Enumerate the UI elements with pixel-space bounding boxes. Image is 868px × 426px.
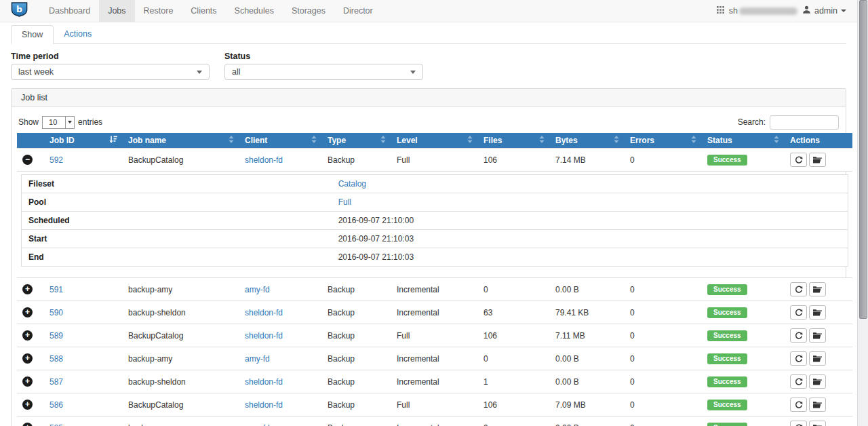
detail-value-link[interactable]: Full	[338, 197, 351, 207]
status-select[interactable]: all	[224, 64, 423, 80]
job-list-panel: Job list Show 10 entries Search:	[11, 88, 846, 426]
expand-row-icon[interactable]: +	[22, 400, 33, 410]
tab-show[interactable]: Show	[11, 25, 54, 44]
sort-desc-icon	[109, 136, 117, 145]
run-again-button[interactable]	[790, 398, 807, 412]
user-icon	[802, 5, 811, 16]
actions-cell	[785, 324, 852, 347]
restore-files-button[interactable]	[809, 305, 826, 320]
panel-body: Show 10 entries Search:	[12, 107, 846, 426]
run-again-button[interactable]	[790, 282, 807, 296]
column-header-status[interactable]: Status	[702, 133, 785, 149]
search-input[interactable]	[770, 115, 839, 130]
sort-icon	[691, 136, 696, 145]
column-header-level[interactable]: Level	[391, 133, 478, 149]
job-id-link[interactable]: 589	[50, 331, 63, 341]
jobs-table: Job IDJob nameClientTypeLevelFilesBytesE…	[17, 133, 852, 426]
status-badge: Success	[707, 307, 747, 318]
type-cell: Backup	[322, 417, 391, 426]
run-again-button[interactable]	[790, 374, 807, 389]
expand-row-icon[interactable]: +	[22, 330, 33, 341]
bytes-cell: 7.09 MB	[550, 393, 625, 417]
tab-actions[interactable]: Actions	[54, 25, 102, 43]
job-id-link[interactable]: 591	[50, 285, 63, 294]
type-cell: Backup	[322, 149, 391, 172]
job-id-link[interactable]: 587	[50, 377, 63, 387]
job-id-link[interactable]: 586	[50, 400, 63, 410]
job-id-link[interactable]: 592	[50, 155, 63, 165]
client-link[interactable]: sheldon-fd	[245, 331, 283, 341]
actions-cell	[785, 301, 852, 324]
run-again-button[interactable]	[790, 305, 807, 320]
column-header-bytes[interactable]: Bytes	[550, 133, 625, 149]
expand-row-icon[interactable]: +	[22, 423, 33, 426]
detail-value-link[interactable]: Catalog	[338, 179, 366, 189]
restore-files-button[interactable]	[809, 282, 826, 296]
nav-item-storages[interactable]: Storages	[283, 0, 334, 22]
status-badge: Success	[707, 284, 747, 295]
column-header-job-name[interactable]: Job name	[123, 133, 239, 149]
run-again-button[interactable]	[790, 153, 807, 167]
expand-row-icon[interactable]: +	[22, 307, 33, 317]
run-again-button[interactable]	[790, 351, 807, 366]
restore-files-button[interactable]	[809, 328, 826, 343]
run-again-button[interactable]	[790, 421, 807, 426]
collapse-row-icon[interactable]: −	[22, 155, 33, 165]
type-cell: Backup	[322, 301, 391, 324]
column-header-files[interactable]: Files	[478, 133, 550, 149]
page-scrollbar[interactable]	[857, 0, 868, 426]
job-detail-cell: FilesetCatalogPoolFullScheduled2016-09-0…	[17, 172, 852, 278]
nav-item-jobs[interactable]: Jobs	[99, 0, 134, 22]
client-cell: sheldon-fd	[239, 393, 322, 417]
column-header-type[interactable]: Type	[322, 133, 391, 149]
client-cell: sheldon-fd	[239, 370, 322, 393]
files-cell: 106	[478, 149, 550, 172]
client-link[interactable]: amy-fd	[245, 423, 270, 426]
client-link[interactable]: sheldon-fd	[245, 308, 283, 317]
nav-item-restore[interactable]: Restore	[135, 0, 182, 22]
nav-item-clients[interactable]: Clients	[182, 0, 225, 22]
application-window: b DashboardJobsRestoreClientsSchedulesSt…	[0, 0, 868, 426]
job-id-link[interactable]: 588	[50, 354, 63, 364]
column-header-job-id[interactable]: Job ID	[44, 133, 123, 149]
nav-item-director[interactable]: Director	[334, 0, 382, 22]
detail-row-scheduled: Scheduled2016-09-07 21:10:00	[22, 212, 848, 230]
column-header-errors[interactable]: Errors	[625, 133, 702, 149]
bytes-cell: 0.00 B	[550, 278, 625, 301]
apps-grid-icon[interactable]	[717, 6, 724, 16]
restore-files-button[interactable]	[809, 153, 826, 167]
job-id-link[interactable]: 590	[50, 308, 63, 317]
detail-value: Full	[332, 193, 848, 212]
expand-row-icon[interactable]: +	[22, 376, 33, 387]
time-period-select[interactable]: last week	[11, 64, 210, 80]
table-controls: Show 10 entries Search:	[17, 113, 840, 132]
client-link[interactable]: amy-fd	[245, 354, 270, 364]
page-size-select[interactable]: 10	[42, 116, 75, 129]
level-cell: Full	[391, 149, 478, 172]
scrollbar-thumb[interactable]	[859, 0, 867, 319]
search-control: Search:	[738, 115, 839, 130]
search-label: Search:	[738, 117, 766, 127]
expand-row-icon[interactable]: +	[22, 284, 33, 294]
restore-files-button[interactable]	[809, 398, 826, 412]
app-logo[interactable]: b	[0, 0, 40, 22]
client-link[interactable]: sheldon-fd	[245, 155, 283, 165]
client-link[interactable]: amy-fd	[245, 285, 270, 294]
run-again-button[interactable]	[790, 328, 807, 343]
user-menu[interactable]: admin	[802, 5, 846, 16]
errors-cell: 0	[625, 370, 702, 393]
files-cell: 0	[478, 347, 550, 370]
nav-item-dashboard[interactable]: Dashboard	[40, 0, 99, 22]
restore-files-button[interactable]	[809, 374, 826, 389]
job-id-link[interactable]: 585	[50, 423, 63, 426]
restore-files-button[interactable]	[809, 421, 826, 426]
client-link[interactable]: sheldon-fd	[245, 400, 283, 410]
column-header-client[interactable]: Client	[239, 133, 322, 149]
expand-row-icon[interactable]: +	[22, 353, 33, 364]
bytes-cell: 0.00 B	[550, 417, 625, 426]
client-link[interactable]: sheldon-fd	[245, 377, 283, 387]
restore-files-button[interactable]	[809, 351, 826, 366]
actions-cell	[785, 347, 852, 370]
nav-item-schedules[interactable]: Schedules	[226, 0, 283, 22]
job-detail-table: FilesetCatalogPoolFullScheduled2016-09-0…	[21, 174, 848, 267]
